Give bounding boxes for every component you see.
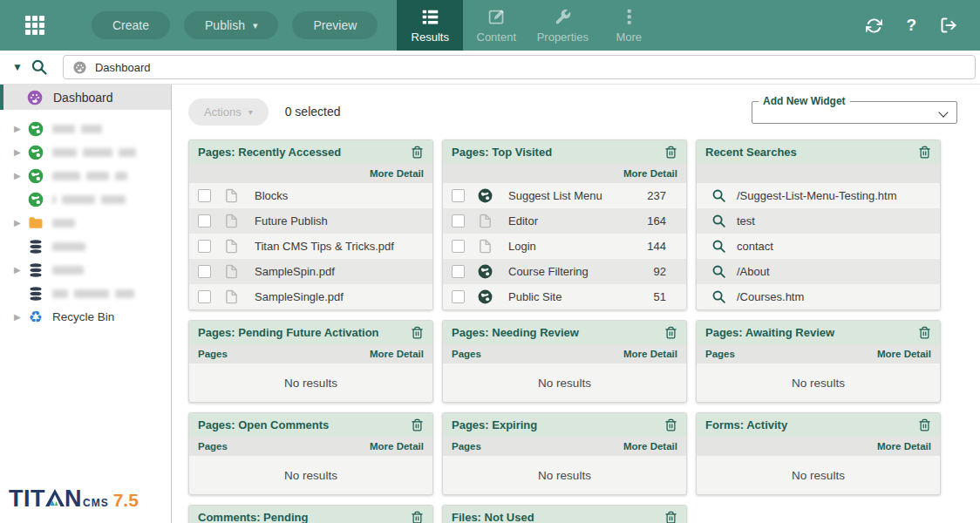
column-header: Pages [452,349,481,359]
widget-pages-needing-review: Pages: Needing Review PagesMore Detail N… [442,320,687,403]
column-header: Pages [198,349,228,359]
row-checkbox[interactable] [452,240,465,253]
expand-arrow-icon[interactable]: ▶ [14,171,26,180]
list-item[interactable]: Public Site51 [443,284,686,309]
sidebar-item-recycle-bin[interactable]: ▶ ♻ Recycle Bin [0,305,171,329]
list-item[interactable]: contact [697,234,940,259]
row-checkbox[interactable] [452,189,465,202]
refresh-icon[interactable] [866,17,882,34]
sidebar-item-site[interactable]: ▶ [0,140,171,164]
row-label: Titan CMS Tips & Tricks.pdf [255,240,394,253]
trash-icon[interactable] [411,418,424,431]
list-item[interactable]: Login144 [443,234,686,259]
list-item[interactable]: /About [697,259,940,284]
database-icon [26,262,44,279]
trash-icon[interactable] [411,326,424,339]
more-detail-link[interactable]: More Detail [623,349,677,359]
tab-results[interactable]: Results [397,0,463,51]
widget-pages-top-visited: Pages: Top Visited More Detail Suggest L… [442,139,687,310]
dashboard-toolbar: Actions▾ 0 selected Add New Widget [188,98,957,125]
list-item[interactable]: Suggest List Menu237 [443,183,686,208]
app-grid-icon[interactable] [25,16,44,35]
no-results-text: No results [443,363,686,402]
add-new-widget-select[interactable]: Add New Widget [752,95,957,124]
trash-icon[interactable] [918,146,931,159]
list-item[interactable]: SampleSingle.pdf [189,284,432,309]
sidebar-item-database[interactable] [0,282,171,305]
page-icon [476,214,493,228]
list-item[interactable]: Titan CMS Tips & Tricks.pdf [189,234,432,259]
preview-button[interactable]: Preview [292,11,378,39]
more-detail-link[interactable]: More Detail [877,441,931,452]
widget-title: Forms: Activity [705,418,918,431]
list-item[interactable]: /Suggest-List-Menu-Testing.htm [697,183,940,208]
search-icon[interactable] [31,58,48,76]
add-widget-label: Add New Widget [759,95,850,107]
dashboard-main: Actions▾ 0 selected Add New Widget Pages… [172,85,980,523]
trash-icon[interactable] [918,326,931,339]
sidebar-item-database[interactable]: ▶ [0,258,171,282]
create-button[interactable]: Create [92,11,170,39]
list-item[interactable]: test [697,208,940,234]
widget-title: Pages: Recently Accessed [198,146,411,159]
row-checkbox[interactable] [198,214,211,228]
logout-icon[interactable] [940,17,957,34]
row-checkbox[interactable] [452,265,465,278]
row-checkbox[interactable] [198,290,211,303]
globe-icon [26,167,44,185]
expand-arrow-icon[interactable]: ▶ [14,265,26,275]
expand-arrow-icon[interactable]: ▶ [14,218,26,228]
trash-icon[interactable] [664,418,677,431]
actions-button[interactable]: Actions▾ [188,98,269,126]
tab-results-label: Results [412,31,449,44]
list-item[interactable]: Future Publish [189,208,432,234]
list-item[interactable]: SampleSpin.pdf [189,259,432,284]
list-item[interactable]: Editor164 [443,208,686,234]
sidebar-item-database[interactable] [0,234,171,258]
column-header: Pages [705,349,735,359]
more-detail-link[interactable]: More Detail [623,168,677,179]
more-detail-link[interactable]: More Detail [370,441,424,452]
tab-more[interactable]: More [595,0,662,51]
more-detail-link[interactable]: More Detail [877,349,931,359]
list-item[interactable]: /Courses.htm [697,284,940,309]
list-item[interactable]: Blocks [189,183,432,208]
row-checkbox[interactable] [198,265,211,278]
search-dropdown-caret-icon[interactable]: ▼ [12,61,23,73]
row-label: /Suggest-List-Menu-Testing.htm [737,189,897,202]
trash-icon[interactable] [664,146,677,159]
sidebar-tree: Dashboard ▶ ▶ ▶ [0,85,172,523]
row-checkbox[interactable] [452,290,465,303]
trash-icon[interactable] [411,146,424,159]
publish-button[interactable]: Publish▾ [184,11,278,39]
globe-icon [476,289,493,305]
column-header: Pages [452,441,481,452]
sidebar-item-site[interactable]: ▶ [0,117,171,140]
row-checkbox[interactable] [198,189,211,202]
more-detail-link[interactable]: More Detail [623,441,677,452]
more-detail-link[interactable]: More Detail [370,349,424,359]
row-checkbox[interactable] [198,240,211,253]
sidebar-item-site[interactable] [0,187,171,211]
page-icon [476,239,493,254]
row-checkbox[interactable] [452,214,465,228]
search-input[interactable]: Dashboard [63,55,976,79]
more-detail-link[interactable]: More Detail [370,168,424,179]
list-item[interactable]: Course Filtering92 [443,259,686,284]
widget-title: Comments: Pending [198,511,411,523]
trash-icon[interactable] [664,511,677,523]
sidebar-item-site[interactable]: ▶ [0,164,171,187]
trash-icon[interactable] [664,326,677,339]
sidebar-item-folder[interactable]: ▶ [0,211,171,234]
tab-properties[interactable]: Properties [529,0,595,51]
trash-icon[interactable] [918,418,931,431]
expand-arrow-icon[interactable]: ▶ [14,147,26,157]
sidebar-item-dashboard[interactable]: Dashboard [0,85,171,110]
row-count: 144 [647,240,666,253]
help-icon[interactable]: ? [906,16,916,35]
expand-arrow-icon[interactable]: ▶ [14,124,26,133]
search-icon [711,214,726,228]
tab-content[interactable]: Content [463,0,529,51]
expand-arrow-icon[interactable]: ▶ [14,312,26,322]
trash-icon[interactable] [411,511,424,523]
